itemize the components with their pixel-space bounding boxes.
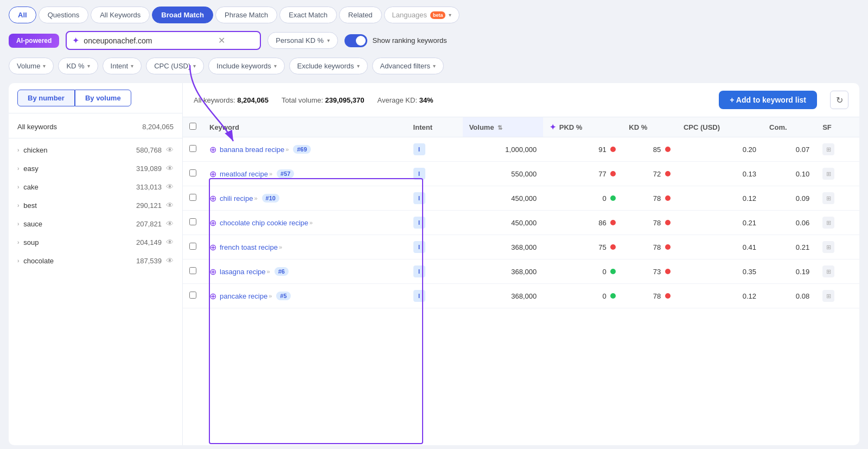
serp-icon[interactable]: ⊞ [822, 143, 834, 155]
serp-icon[interactable]: ⊞ [822, 217, 834, 229]
eye-icon[interactable]: 👁 [166, 256, 174, 265]
cpc-column-header: CPC (USD) [677, 117, 763, 137]
cpc-cell: 0.13 [677, 162, 763, 186]
add-to-keyword-list-button[interactable]: + Add to keyword list [719, 91, 817, 109]
add-keyword-icon[interactable]: ⊕ [209, 144, 216, 155]
keyword-link[interactable]: lasagna recipe [220, 268, 266, 276]
intent-filter[interactable]: Intent ▾ [103, 58, 142, 74]
cpc-cell: 0.21 [677, 211, 763, 235]
sidebar-item-soup[interactable]: › soup 204,149 👁 [9, 233, 182, 251]
tab-all-keywords[interactable]: All Keywords [91, 7, 150, 23]
intent-badge: I [413, 192, 425, 204]
volume-cell: 368,000 [463, 284, 544, 308]
add-keyword-icon[interactable]: ⊕ [209, 193, 216, 204]
add-keyword-icon[interactable]: ⊕ [209, 267, 216, 277]
eye-icon[interactable]: 👁 [166, 146, 174, 154]
tab-languages[interactable]: Languages beta ▾ [384, 7, 460, 23]
pkd-dot [610, 195, 616, 201]
pkd-cell: 91 [543, 137, 622, 162]
eye-icon[interactable]: 👁 [166, 182, 174, 191]
keyword-arrows-icon: » [309, 219, 312, 226]
sidebar-all-keywords[interactable]: All keywords 8,204,065 [9, 118, 182, 136]
advanced-chevron-icon: ▾ [433, 63, 436, 69]
serp-icon[interactable]: ⊞ [822, 168, 834, 180]
eye-icon[interactable]: 👁 [166, 219, 174, 228]
eye-icon[interactable]: 👁 [166, 164, 174, 173]
eye-icon[interactable]: 👁 [166, 238, 174, 246]
row-checkbox[interactable] [189, 267, 196, 274]
sidebar-item-best[interactable]: › best 290,121 👁 [9, 196, 182, 214]
tab-broad-match[interactable]: Broad Match [152, 7, 213, 23]
add-keyword-icon[interactable]: ⊕ [209, 169, 216, 179]
row-checkbox[interactable] [189, 292, 196, 299]
sidebar-item-count: 319,089 [136, 165, 162, 173]
show-ranking-toggle[interactable] [344, 34, 367, 47]
cpc-filter[interactable]: CPC (USD) ▾ [146, 58, 204, 74]
avg-kd-stat: Average KD: 34% [378, 96, 433, 104]
row-checkbox-cell[interactable] [183, 186, 203, 211]
serp-icon[interactable]: ⊞ [822, 241, 834, 253]
pkd-dot [610, 171, 616, 176]
sidebar-item-chicken[interactable]: › chicken 580,768 👁 [9, 141, 182, 159]
keyword-link[interactable]: french toast recipe [220, 243, 278, 251]
by-number-btn[interactable]: By number [17, 90, 75, 106]
checkbox-header[interactable] [183, 117, 203, 137]
star-icon: ✦ [72, 35, 79, 46]
add-keyword-icon[interactable]: ⊕ [209, 291, 216, 301]
search-input-wrap[interactable]: ✦ ✕ [66, 31, 261, 50]
row-checkbox[interactable] [189, 243, 196, 250]
row-checkbox[interactable] [189, 145, 196, 152]
row-checkbox-cell[interactable] [183, 260, 203, 284]
refresh-button[interactable]: ↻ [830, 91, 848, 109]
sidebar-item-chocolate[interactable]: › chocolate 187,539 👁 [9, 251, 182, 270]
add-keyword-icon[interactable]: ⊕ [209, 242, 216, 252]
kd-filter[interactable]: KD % ▾ [58, 58, 98, 74]
eye-icon[interactable]: 👁 [166, 201, 174, 210]
sidebar-item-easy[interactable]: › easy 319,089 👁 [9, 159, 182, 178]
row-checkbox-cell[interactable] [183, 211, 203, 235]
table-row: ⊕ french toast recipe » I 368,000 75 78 … [183, 235, 859, 260]
row-checkbox[interactable] [189, 218, 196, 225]
clear-icon[interactable]: ✕ [218, 35, 225, 46]
sidebar-item-cake[interactable]: › cake 313,013 👁 [9, 178, 182, 196]
personal-kd-dropdown[interactable]: Personal KD % ▾ [267, 32, 337, 49]
kd-dot [665, 147, 671, 152]
keyword-link[interactable]: banana bread recipe [220, 146, 284, 154]
serp-icon[interactable]: ⊞ [822, 192, 834, 204]
row-checkbox-cell[interactable] [183, 162, 203, 186]
keyword-link[interactable]: chocolate chip cookie recipe [220, 219, 308, 227]
include-keywords-filter[interactable]: Include keywords ▾ [208, 58, 284, 74]
tab-questions[interactable]: Questions [39, 7, 89, 23]
volume-column-header[interactable]: Volume ⇅ [463, 117, 544, 137]
keyword-link[interactable]: chili recipe [220, 194, 253, 203]
sidebar-item-label: best [23, 201, 132, 210]
row-checkbox[interactable] [189, 169, 196, 176]
tab-phrase-match[interactable]: Phrase Match [215, 7, 277, 23]
exclude-keywords-filter[interactable]: Exclude keywords ▾ [289, 58, 368, 74]
advanced-filters[interactable]: Advanced filters ▾ [372, 58, 444, 74]
table-row: ⊕ chocolate chip cookie recipe » I 450,0… [183, 211, 859, 235]
select-all-checkbox[interactable] [189, 123, 196, 130]
by-volume-btn[interactable]: By volume [75, 90, 131, 106]
keyword-arrows-icon: » [279, 244, 282, 250]
tab-all[interactable]: All [9, 7, 36, 23]
domain-input[interactable] [84, 36, 214, 45]
volume-filter[interactable]: Volume ▾ [9, 58, 54, 74]
tab-bar: All Questions All Keywords Broad Match P… [9, 7, 859, 23]
keyword-link[interactable]: meatloaf recipe [220, 170, 268, 178]
row-checkbox[interactable] [189, 194, 196, 201]
ai-powered-badge: AI-powered [9, 34, 59, 48]
row-checkbox-cell[interactable] [183, 284, 203, 308]
serp-icon[interactable]: ⊞ [822, 265, 834, 277]
tab-exact-match[interactable]: Exact Match [279, 7, 337, 23]
kd-cell: 78 [622, 284, 677, 308]
add-keyword-icon[interactable]: ⊕ [209, 218, 216, 228]
sidebar-item-sauce[interactable]: › sauce 207,821 👁 [9, 214, 182, 233]
keyword-link[interactable]: pancake recipe [220, 292, 267, 300]
cpc-cell: 0.35 [677, 260, 763, 284]
row-checkbox-cell[interactable] [183, 137, 203, 162]
tab-related[interactable]: Related [339, 7, 382, 23]
serp-icon[interactable]: ⊞ [822, 290, 834, 302]
cpc-cell: 0.12 [677, 284, 763, 308]
row-checkbox-cell[interactable] [183, 235, 203, 260]
